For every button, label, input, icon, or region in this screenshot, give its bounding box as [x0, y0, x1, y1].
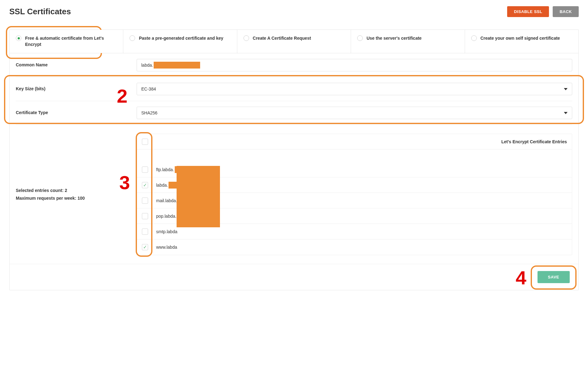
selected-count: Selected entries count: 2 — [16, 188, 137, 194]
radio-icon — [16, 35, 21, 41]
radio-icon — [129, 35, 135, 41]
common-name-label: Common Name — [16, 62, 137, 68]
entries-header-label: Let's Encrypt Certificate Entries — [501, 139, 567, 144]
chevron-down-icon — [564, 88, 568, 90]
cert-type-value: SHA256 — [141, 110, 157, 115]
redaction-mask — [154, 62, 200, 69]
row-cert-type: Certificate Type SHA256 — [16, 101, 572, 125]
header-buttons: DISABLE SSL BACK — [507, 6, 579, 17]
entry-row: pop.labda. — [137, 208, 572, 224]
key-size-select[interactable]: EC-384 — [137, 83, 572, 95]
disable-ssl-button[interactable]: DISABLE SSL — [507, 6, 549, 17]
ssl-form-container: 1 Free & automatic certificate from Let'… — [9, 29, 579, 290]
page-header: SSL Certificates DISABLE SSL BACK — [9, 6, 579, 17]
redaction-mask — [175, 166, 214, 173]
select-all-checkbox[interactable] — [142, 139, 148, 145]
radio-icon — [357, 35, 363, 41]
entry-domain: pop.labda. — [156, 214, 176, 219]
tab-label: Paste a pre-generated certificate and ke… — [139, 35, 223, 42]
entry-checkbox[interactable] — [142, 167, 148, 173]
entry-row: ✓ www.labda — [137, 239, 572, 255]
chevron-down-icon — [564, 112, 568, 114]
entry-domain: www.labda — [156, 245, 177, 250]
form-footer: 4 SAVE — [10, 264, 578, 290]
entry-row: ✓ labda. — [137, 177, 572, 193]
entry-checkbox[interactable] — [142, 213, 148, 219]
tab-paste-cert[interactable]: Paste a pre-generated certificate and ke… — [123, 30, 237, 53]
entry-row: ftp.labda. — [137, 162, 572, 177]
form-section: Common Name labda. 2 Key Size (bits) EC-… — [10, 53, 578, 264]
radio-icon — [244, 35, 249, 41]
back-button[interactable]: BACK — [553, 6, 579, 17]
entry-row: mail.labda. — [137, 193, 572, 208]
page-title: SSL Certificates — [9, 7, 71, 16]
row-key-size: Key Size (bits) EC-384 — [16, 77, 572, 101]
cert-mode-tabs: Free & automatic certificate from Let's … — [10, 30, 578, 53]
entries-side-info: Selected entries count: 2 Maximum reques… — [16, 134, 137, 255]
row-common-name: Common Name labda. — [16, 53, 572, 77]
entry-checkbox[interactable] — [142, 229, 148, 235]
tab-label: Free & automatic certificate from Let's … — [25, 35, 117, 47]
tab-label: Use the server's certificate — [366, 35, 422, 42]
entry-domain: mail.labda. — [156, 198, 177, 203]
entries-header-row: Let's Encrypt Certificate Entries — [137, 134, 572, 149]
entry-domain: smtp.labda — [156, 229, 177, 234]
key-size-label: Key Size (bits) — [16, 86, 137, 92]
radio-icon — [471, 35, 477, 41]
tab-server-cert[interactable]: Use the server's certificate — [351, 30, 465, 53]
entry-checkbox[interactable]: ✓ — [142, 244, 148, 250]
tab-lets-encrypt[interactable]: Free & automatic certificate from Let's … — [10, 30, 123, 53]
tab-label: Create your own self signed certificate — [480, 35, 560, 42]
common-name-value: labda. — [141, 63, 153, 68]
annotation-number-4: 4 — [516, 267, 526, 289]
key-size-value: EC-384 — [141, 87, 156, 91]
entry-domain: labda. — [156, 183, 168, 188]
entry-domain: ftp.labda. — [156, 167, 174, 172]
common-name-input[interactable]: labda. — [137, 59, 572, 71]
redaction-mask — [169, 182, 217, 189]
row-entries: Selected entries count: 2 Maximum reques… — [16, 125, 572, 264]
tab-label: Create A Certificate Request — [253, 35, 311, 42]
cert-type-label: Certificate Type — [16, 110, 137, 116]
entry-row: smtp.labda — [137, 224, 572, 239]
save-button[interactable]: SAVE — [538, 271, 570, 283]
cert-type-select[interactable]: SHA256 — [137, 107, 572, 119]
max-requests: Maximum requests per week: 100 — [16, 195, 137, 202]
entry-checkbox[interactable]: ✓ — [142, 182, 148, 188]
entry-checkbox[interactable] — [142, 198, 148, 204]
tab-create-csr[interactable]: Create A Certificate Request — [237, 30, 351, 53]
tab-self-signed[interactable]: Create your own self signed certificate — [465, 30, 578, 53]
entries-table: Let's Encrypt Certificate Entries ftp.la… — [137, 134, 572, 255]
